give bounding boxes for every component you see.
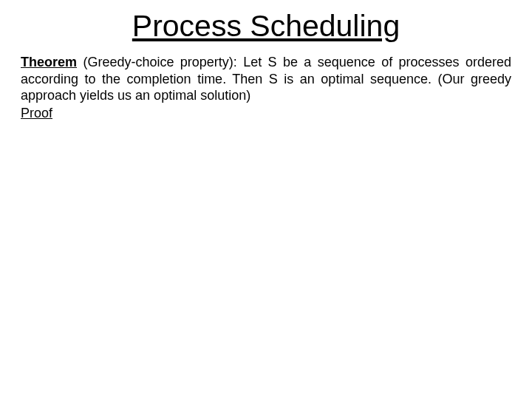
- theorem-label: Theorem: [21, 55, 77, 69]
- theorem-paragraph: Theorem (Greedy-choice property): Let S …: [21, 54, 511, 104]
- theorem-text: (Greedy-choice property): Let S be a seq…: [21, 55, 511, 103]
- proof-label: Proof: [21, 106, 511, 121]
- slide-container: Process Scheduling Theorem (Greedy-choic…: [0, 0, 532, 399]
- slide-title: Process Scheduling: [21, 9, 511, 44]
